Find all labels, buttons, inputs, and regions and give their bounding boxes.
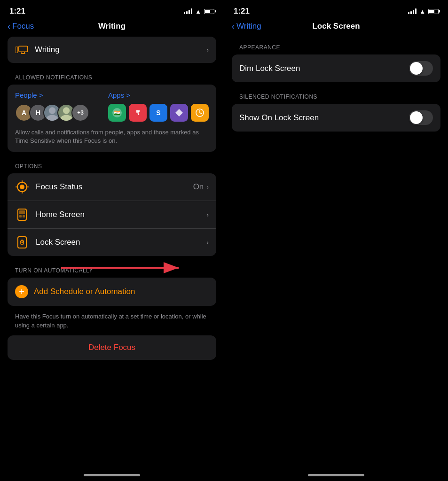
options-card: Focus Status On › Home Screen › [8, 173, 216, 256]
add-schedule-label: Add Schedule or Automation [34, 287, 135, 296]
app-icon-4 [170, 104, 188, 122]
dim-lock-screen-toggle[interactable] [409, 61, 433, 76]
notifications-card: People > A H +3 Apps > [8, 85, 216, 152]
home-screen-icon [15, 208, 29, 222]
toggle-knob-dim [410, 62, 423, 75]
status-icons-left: ▲ [184, 8, 214, 15]
time-left: 1:21 [9, 7, 25, 16]
avatar-plus: +3 [71, 104, 89, 122]
svg-text:S: S [156, 109, 160, 116]
svg-point-7 [60, 115, 72, 122]
app-icon-3: S [149, 104, 167, 122]
lock-screen-chevron: › [206, 239, 209, 246]
apps-label[interactable]: Apps > [108, 91, 209, 99]
svg-marker-12 [175, 109, 183, 116]
back-button-left[interactable]: ‹ Focus [8, 22, 34, 31]
svg-rect-0 [19, 46, 28, 52]
svg-rect-20 [19, 215, 22, 217]
focus-status-label: Focus Status [36, 182, 193, 192]
silenced-notifications-label: SILENCED NOTIFICATIONS [232, 86, 440, 104]
lock-screen-icon [15, 235, 29, 249]
people-label[interactable]: People > [15, 91, 89, 99]
lock-screen-row[interactable]: Lock Screen › [8, 229, 216, 256]
toggle-knob-show [410, 111, 423, 124]
right-panel: 1:21 ▲ ‹ Writing Lock Screen APPEARANCE … [224, 0, 448, 481]
page-title-right: Lock Screen [312, 22, 360, 31]
notif-row: People > A H +3 Apps > [15, 91, 209, 122]
monitor-icon:  [15, 43, 28, 56]
time-right: 1:21 [234, 7, 250, 16]
wifi-icon: ▲ [195, 8, 201, 15]
chevron-right-icon: › [206, 46, 209, 54]
svg-point-24 [22, 242, 23, 243]
dim-lock-screen-row[interactable]: Dim Lock Screen [232, 54, 440, 82]
nav-bar-right: ‹ Writing Lock Screen [224, 20, 448, 37]
chevron-left-icon: ‹ [8, 22, 10, 31]
writing-label: Writing [35, 45, 206, 54]
svg-text:₹: ₹ [136, 109, 140, 116]
svg-rect-19 [19, 210, 25, 214]
lock-screen-label: Lock Screen [36, 238, 206, 247]
options-section-label: OPTIONS [8, 155, 216, 173]
home-screen-label: Home Screen [36, 210, 206, 219]
right-content: APPEARANCE Dim Lock Screen SILENCED NOTI… [224, 37, 448, 135]
battery-icon-right [428, 9, 439, 14]
battery-icon [204, 9, 214, 14]
add-plus-icon: + [15, 285, 28, 298]
focus-status-chevron: › [206, 183, 209, 191]
svg-point-4 [49, 107, 55, 114]
appearance-label: APPEARANCE [232, 37, 440, 54]
dim-lock-screen-label: Dim Lock Screen [239, 64, 300, 73]
home-screen-chevron: › [206, 211, 209, 218]
notif-description: Allow calls and notifications from peopl… [15, 128, 209, 145]
chevron-left-icon-right: ‹ [232, 22, 235, 31]
show-on-lock-screen-toggle[interactable] [409, 110, 433, 125]
status-icons-right: ▲ [408, 8, 439, 15]
home-indicator-left [84, 474, 140, 476]
svg-text:🇮🇳: 🇮🇳 [114, 109, 120, 116]
svg-point-6 [63, 107, 70, 114]
svg-point-5 [46, 115, 58, 122]
delete-focus-card[interactable]: Delete Focus [8, 335, 216, 360]
home-screen-row[interactable]: Home Screen › [8, 201, 216, 229]
left-content:  Writing › ALLOWED NOTIFICATIONS [0, 37, 224, 364]
show-on-lock-screen-label: Show On Lock Screen [239, 113, 319, 123]
status-bar-left: 1:21 ▲ [0, 0, 224, 20]
status-bar-right: 1:21 ▲ [224, 0, 448, 20]
app-icon-2: ₹ [129, 104, 147, 122]
app-icon-1: 🇮🇳 [108, 104, 126, 122]
app-icon-5 [191, 104, 209, 122]
home-indicator-right [308, 474, 364, 476]
back-label-right: Writing [236, 22, 261, 31]
nav-bar-left: ‹ Focus Writing [0, 20, 224, 37]
page-title-left: Writing [98, 22, 126, 31]
back-label-left: Focus [12, 22, 34, 31]
show-on-lock-screen-row[interactable]: Show On Lock Screen [232, 104, 440, 132]
svg-line-15 [200, 113, 202, 114]
svg-point-17 [20, 185, 24, 189]
add-schedule-card[interactable]: + Add Schedule or Automation [8, 278, 216, 306]
svg-rect-21 [23, 215, 25, 217]
signal-icon [184, 8, 192, 14]
auto-description: Have this Focus turn on automatically at… [8, 310, 216, 335]
left-panel: 1:21 ▲ ‹ Focus Writing  [0, 0, 224, 481]
people-col[interactable]: People > A H +3 [15, 91, 89, 122]
back-button-right[interactable]: ‹ Writing [232, 22, 261, 31]
focus-status-icon [15, 180, 29, 194]
focus-status-value: On [193, 182, 204, 192]
writing-card[interactable]:  Writing › [8, 37, 216, 63]
allowed-notifications-label: ALLOWED NOTIFICATIONS [8, 67, 216, 85]
focus-status-row[interactable]: Focus Status On › [8, 173, 216, 201]
signal-icon-right [408, 8, 417, 14]
delete-label: Delete Focus [88, 343, 135, 352]
apps-col[interactable]: Apps > 🇮🇳 ₹ S [108, 91, 209, 122]
writing-row[interactable]:  Writing › [8, 37, 216, 63]
app-icons-list: 🇮🇳 ₹ S [108, 104, 209, 122]
avatars-list: A H +3 [15, 104, 89, 122]
turn-on-auto-label: TURN ON AUTOMATICALLY [8, 260, 216, 278]
wifi-icon-right: ▲ [419, 8, 425, 15]
